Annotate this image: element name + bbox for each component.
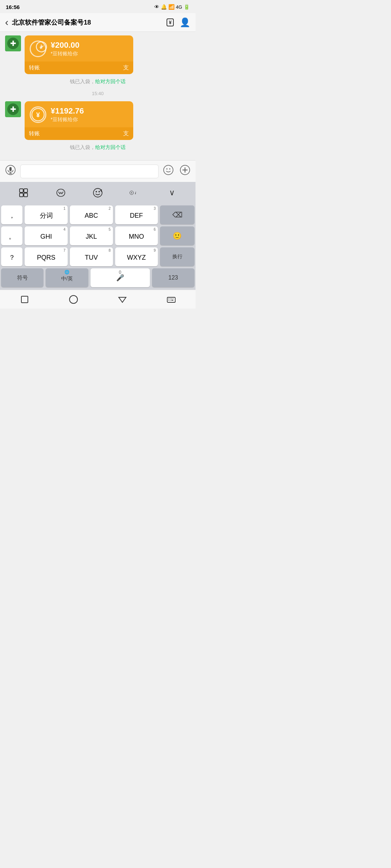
kb-key-space[interactable]: 0 🎤 bbox=[91, 268, 150, 287]
kb-key-lang[interactable]: 🌐 中/英 bbox=[46, 268, 88, 287]
input-area bbox=[0, 160, 196, 182]
profile-button[interactable]: 👤 bbox=[180, 17, 190, 27]
kb-key-period[interactable]: 。 bbox=[1, 226, 22, 245]
kb-key-sym[interactable]: 符号 bbox=[1, 268, 43, 287]
svg-rect-15 bbox=[24, 189, 28, 192]
transfer-card-body-1: ¥ ¥200.00 *豆转账给你 bbox=[25, 35, 133, 61]
hide-keyboard-button[interactable]: ∨ bbox=[164, 186, 180, 200]
kb-key-3-num: 3 bbox=[154, 207, 156, 210]
chat-area: ✚ ¥ ¥200.00 *豆转账给你 转账 bbox=[0, 32, 196, 160]
money-button[interactable]: ¥ bbox=[167, 18, 174, 26]
avatar-icon-2: ✚ bbox=[7, 103, 19, 115]
nav-back-triangle[interactable] bbox=[98, 294, 147, 305]
input-method-button[interactable] bbox=[52, 186, 69, 200]
kb-key-2-num: 2 bbox=[109, 207, 111, 210]
kb-key-8-num: 8 bbox=[109, 249, 111, 252]
eye-icon: 👁 bbox=[154, 4, 159, 10]
kb-key-question[interactable]: ？ bbox=[1, 247, 22, 266]
avatar-1: ✚ bbox=[5, 35, 21, 51]
message-input[interactable] bbox=[20, 165, 159, 178]
status-time: 16:56 bbox=[6, 4, 20, 10]
message-row-1: ✚ ¥ ¥200.00 *豆转账给你 转账 bbox=[5, 35, 190, 74]
system-msg-link-2[interactable]: 给对方回个话 bbox=[95, 144, 126, 150]
transfer-info-1: ¥200.00 *豆转账给你 bbox=[51, 41, 128, 57]
kb-key-6-num: 6 bbox=[154, 228, 156, 231]
kb-key-pqrs[interactable]: 7 PQRS bbox=[25, 247, 68, 266]
grid-tool-button[interactable] bbox=[15, 186, 32, 200]
kb-key-abc-label: ABC bbox=[85, 212, 98, 220]
transfer-amount-2: ¥1192.76 bbox=[51, 106, 128, 116]
return-label: 换行 bbox=[172, 254, 182, 260]
kb-key-comma[interactable]: ， bbox=[1, 205, 22, 224]
kb-key-tuv[interactable]: 8 TUV bbox=[70, 247, 113, 266]
transfer-amount-1: ¥200.00 bbox=[51, 41, 128, 50]
svg-rect-16 bbox=[20, 193, 23, 197]
transfer-card-body-2: ¥ ¥1192.76 *豆转账给你 bbox=[25, 101, 133, 127]
svg-rect-14 bbox=[20, 189, 23, 192]
bell-icon: 🔔 bbox=[161, 4, 167, 10]
status-icons: 👁 🔔 📶 4G 🔋 bbox=[154, 4, 190, 10]
kb-key-9-num: 9 bbox=[154, 249, 156, 252]
svg-text:A: A bbox=[131, 192, 133, 194]
kb-key-wxyz[interactable]: 9 WXYZ bbox=[115, 247, 158, 266]
transfer-desc-2: *豆转账给你 bbox=[51, 116, 128, 123]
svg-point-10 bbox=[169, 169, 171, 170]
alipay-icon-2: 支 bbox=[123, 130, 129, 137]
globe-icon: 🌐 bbox=[64, 270, 70, 275]
back-button[interactable]: ‹ bbox=[5, 17, 8, 28]
kb-key-question-label: ？ bbox=[9, 253, 15, 262]
svg-point-20 bbox=[98, 191, 100, 192]
nav-bar: ‹ 北京软件管家公司备案号18 ¥ 👤 bbox=[0, 13, 196, 32]
system-msg-link-1[interactable]: 给对方回个话 bbox=[95, 78, 126, 84]
kb-key-emoji[interactable]: 🙂 bbox=[160, 226, 194, 245]
kb-key-123[interactable]: 123 bbox=[152, 268, 194, 287]
wifi-icon: 📶 bbox=[168, 4, 175, 10]
kb-key-pqrs-label: PQRS bbox=[37, 254, 55, 261]
mic-button[interactable] bbox=[4, 165, 17, 178]
nav-keyboard[interactable] bbox=[147, 294, 196, 305]
backspace-icon: ⌫ bbox=[172, 210, 182, 219]
kb-key-jkl[interactable]: 5 JKL bbox=[70, 226, 113, 245]
sticker-button[interactable] bbox=[89, 186, 106, 200]
avatar-2: ✚ bbox=[5, 101, 21, 117]
kb-key-ghi[interactable]: 4 GHI bbox=[25, 226, 68, 245]
kb-key-period-label: 。 bbox=[9, 232, 15, 241]
bottom-nav bbox=[0, 290, 196, 309]
plus-button[interactable] bbox=[178, 165, 192, 178]
transfer-coin-icon-1: ¥ bbox=[30, 41, 46, 57]
svg-text:i: i bbox=[135, 191, 136, 195]
svg-point-18 bbox=[93, 188, 102, 197]
svg-rect-28 bbox=[167, 297, 175, 302]
sym-label: 符号 bbox=[17, 275, 28, 281]
kb-key-comma-label: ， bbox=[9, 211, 15, 220]
transfer-card-1[interactable]: ¥ ¥200.00 *豆转账给你 转账 支 bbox=[25, 35, 133, 74]
kb-key-def-label: DEF bbox=[130, 212, 143, 220]
kb-key-return[interactable]: 换行 bbox=[160, 247, 194, 266]
num-123-label: 123 bbox=[168, 275, 178, 281]
nav-actions: ¥ 👤 bbox=[167, 17, 190, 27]
signal-icon: 4G bbox=[176, 4, 182, 10]
message-row-2: ✚ ¥ ¥1192.76 *豆转账给你 转账 支 bbox=[5, 101, 190, 140]
kb-key-abc[interactable]: 2 ABC bbox=[70, 205, 113, 224]
kb-row-2: 。 4 GHI 5 JKL 6 MNO 🙂 bbox=[0, 225, 196, 246]
transfer-card-2[interactable]: ¥ ¥1192.76 *豆转账给你 转账 支 bbox=[25, 101, 133, 140]
kb-key-mno[interactable]: 6 MNO bbox=[115, 226, 158, 245]
emoji-button[interactable] bbox=[161, 165, 175, 178]
svg-rect-5 bbox=[9, 167, 12, 171]
kb-key-tuv-label: TUV bbox=[85, 254, 98, 261]
timestamp: 15:40 bbox=[5, 91, 190, 96]
nav-home-circle[interactable] bbox=[49, 294, 98, 305]
kb-key-7-num: 7 bbox=[63, 249, 66, 252]
space-0-label: 0 bbox=[119, 270, 121, 275]
kb-key-jkl-label: JKL bbox=[86, 233, 97, 241]
keyboard: ， 1 分词 2 ABC 3 DEF ⌫ 。 4 GHI 5 JKL bbox=[0, 203, 196, 290]
transfer-coin-icon-2: ¥ bbox=[30, 106, 46, 123]
kb-key-def[interactable]: 3 DEF bbox=[115, 205, 158, 224]
kb-key-backspace[interactable]: ⌫ bbox=[160, 205, 194, 224]
kb-key-fenchi[interactable]: 1 分词 bbox=[25, 205, 68, 224]
ai-button[interactable]: A i bbox=[126, 186, 143, 200]
kb-key-fenchi-label: 分词 bbox=[40, 211, 53, 220]
nav-back-square[interactable] bbox=[0, 294, 49, 305]
svg-point-26 bbox=[70, 295, 77, 303]
kb-key-4-num: 4 bbox=[63, 228, 66, 231]
